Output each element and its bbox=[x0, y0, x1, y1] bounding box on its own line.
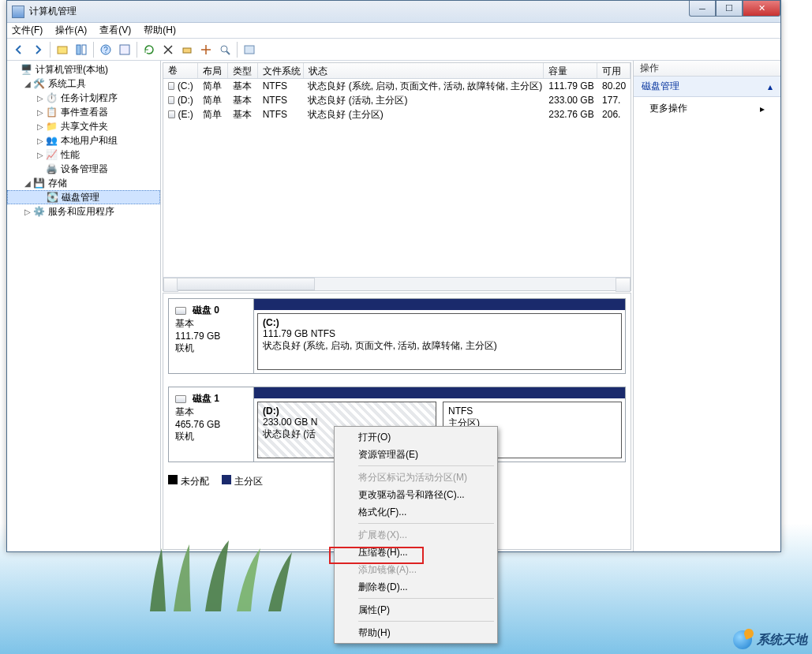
forward-button[interactable] bbox=[29, 41, 47, 58]
menu-view[interactable]: 查看(V) bbox=[99, 24, 131, 37]
svg-rect-5 bbox=[120, 45, 129, 54]
tree-label: 服务和应用程序 bbox=[48, 205, 114, 219]
list-button[interactable] bbox=[241, 41, 258, 58]
tree-disk-management[interactable]: 💽 磁盘管理 bbox=[7, 190, 160, 204]
close-icon: ✕ bbox=[758, 3, 765, 13]
tree-label: 任务计划程序 bbox=[61, 92, 118, 105]
scrollbar-thumb[interactable] bbox=[177, 278, 315, 290]
event-icon: 📋 bbox=[45, 106, 58, 118]
back-button[interactable] bbox=[10, 41, 28, 58]
perf-icon: 📈 bbox=[45, 148, 58, 161]
tree-label: 本地用户和组 bbox=[61, 134, 118, 148]
partition-label: (C:) bbox=[263, 317, 616, 328]
tree-services[interactable]: ▷ ⚙️ 服务和应用程序 bbox=[7, 204, 160, 219]
context-menu-item[interactable]: 资源管理器(E) bbox=[336, 446, 496, 463]
menu-help[interactable]: 帮助(H) bbox=[144, 24, 176, 37]
users-icon: 👥 bbox=[45, 134, 58, 147]
disk-size: 465.76 GB bbox=[175, 419, 247, 430]
computer-icon: 🖥️ bbox=[20, 63, 32, 76]
show-hide-button[interactable] bbox=[73, 41, 90, 58]
volume-name: (E:) bbox=[178, 109, 193, 120]
volume-free: 80.20 bbox=[597, 80, 631, 92]
brand-text: 系统天地 bbox=[757, 632, 807, 648]
svg-rect-6 bbox=[183, 48, 191, 53]
volume-type: 基本 bbox=[228, 94, 258, 107]
menu-file[interactable]: 文件(F) bbox=[12, 24, 43, 37]
volume-layout: 简单 bbox=[198, 108, 228, 121]
col-filesystem[interactable]: 文件系统 bbox=[258, 63, 304, 78]
horizontal-scrollbar[interactable] bbox=[163, 277, 631, 290]
col-layout[interactable]: 布局 bbox=[198, 63, 228, 78]
context-menu-item[interactable]: 压缩卷(H)... bbox=[336, 544, 496, 561]
volume-list-header[interactable]: 卷 布局 类型 文件系统 状态 容量 可用 bbox=[163, 63, 631, 79]
actions-section[interactable]: 磁盘管理 ▴ bbox=[634, 77, 780, 97]
action-button[interactable] bbox=[197, 41, 215, 58]
col-status[interactable]: 状态 bbox=[304, 63, 544, 78]
refresh-button[interactable] bbox=[140, 41, 158, 58]
storage-icon: 💾 bbox=[32, 177, 45, 189]
tree-root[interactable]: 🖥️ 计算机管理(本地) bbox=[7, 62, 160, 77]
properties-button[interactable] bbox=[116, 41, 133, 58]
svg-rect-1 bbox=[77, 45, 80, 54]
device-icon: 🖨️ bbox=[45, 163, 58, 175]
title-bar[interactable]: 计算机管理 ─ ☐ ✕ bbox=[7, 1, 780, 23]
tree-label: 性能 bbox=[61, 148, 80, 162]
volume-row[interactable]: (D:)简单基本NTFS状态良好 (活动, 主分区)233.00 GB177. bbox=[163, 93, 631, 107]
disk-parts: (C:)111.79 GB NTFS状态良好 (系统, 启动, 页面文件, 活动… bbox=[254, 299, 625, 373]
tree-performance[interactable]: ▷ 📈 性能 bbox=[7, 148, 160, 162]
volume-row[interactable]: (E:)简单基本NTFS状态良好 (主分区)232.76 GB206. bbox=[163, 107, 631, 121]
context-menu-item[interactable]: 打开(O) bbox=[336, 428, 496, 446]
tree-system-tools[interactable]: ◢ 🛠️ 系统工具 bbox=[7, 77, 160, 91]
context-menu: 打开(O)资源管理器(E)将分区标记为活动分区(M)更改驱动器号和路径(C)..… bbox=[334, 426, 498, 644]
volume-capacity: 233.00 GB bbox=[544, 95, 597, 106]
context-menu-item[interactable]: 更改驱动器号和路径(C)... bbox=[336, 486, 496, 503]
svg-text:?: ? bbox=[103, 46, 108, 54]
volume-free: 206. bbox=[597, 109, 631, 120]
tree-task-scheduler[interactable]: ▷ ⏱️ 任务计划程序 bbox=[7, 91, 160, 105]
disk-type: 基本 bbox=[175, 317, 247, 331]
legend-swatch-primary bbox=[222, 475, 231, 484]
tree-event-viewer[interactable]: ▷ 📋 事件查看器 bbox=[7, 105, 160, 119]
tree-shared-folders[interactable]: ▷ 📁 共享文件夹 bbox=[7, 119, 160, 133]
toolbar: ? bbox=[7, 39, 780, 61]
svg-line-8 bbox=[226, 51, 230, 54]
volume-fs: NTFS bbox=[258, 95, 304, 106]
partition-size: 111.79 GB NTFS bbox=[263, 328, 616, 339]
find-button[interactable] bbox=[216, 41, 234, 58]
up-button[interactable] bbox=[54, 41, 71, 58]
actions-more[interactable]: 更多操作 ▸ bbox=[634, 97, 780, 120]
volume-name: (C:) bbox=[178, 80, 193, 92]
tree-storage[interactable]: ◢ 💾 存储 bbox=[7, 176, 160, 190]
minimize-button[interactable]: ─ bbox=[689, 1, 716, 17]
delete-button[interactable] bbox=[159, 41, 177, 58]
col-volume[interactable]: 卷 bbox=[163, 63, 198, 78]
tree-label: 系统工具 bbox=[48, 77, 86, 91]
col-type[interactable]: 类型 bbox=[228, 63, 258, 78]
context-menu-item[interactable]: 属性(P) bbox=[336, 601, 496, 618]
tree-label: 设备管理器 bbox=[61, 163, 108, 176]
settings-button[interactable] bbox=[178, 41, 196, 58]
context-menu-item[interactable]: 帮助(H) bbox=[336, 624, 496, 641]
menu-action[interactable]: 操作(A) bbox=[55, 24, 87, 37]
partition[interactable]: (C:)111.79 GB NTFS状态良好 (系统, 启动, 页面文件, 活动… bbox=[257, 313, 622, 370]
volume-capacity: 232.76 GB bbox=[544, 109, 597, 120]
folder-icon: 📁 bbox=[45, 120, 58, 133]
tree-label: 计算机管理(本地) bbox=[36, 63, 108, 77]
tree-device-manager[interactable]: 🖨️ 设备管理器 bbox=[7, 162, 160, 176]
maximize-button[interactable]: ☐ bbox=[716, 1, 743, 17]
disk-name-label: 磁盘 0 bbox=[193, 304, 219, 317]
help-button[interactable]: ? bbox=[97, 41, 114, 58]
close-button[interactable]: ✕ bbox=[743, 1, 780, 17]
app-icon bbox=[12, 6, 24, 18]
context-menu-item[interactable]: 删除卷(D)... bbox=[336, 578, 496, 596]
window-title: 计算机管理 bbox=[29, 5, 77, 18]
disk-info: 磁盘 1基本465.76 GB联机 bbox=[169, 387, 254, 462]
volume-type: 基本 bbox=[228, 108, 258, 121]
col-free[interactable]: 可用 bbox=[597, 63, 631, 78]
col-capacity[interactable]: 容量 bbox=[544, 63, 597, 78]
brand-watermark: 系统天地 bbox=[733, 630, 807, 649]
context-menu-item[interactable]: 格式化(F)... bbox=[336, 503, 496, 521]
drive-icon bbox=[168, 96, 174, 104]
tree-local-users[interactable]: ▷ 👥 本地用户和组 bbox=[7, 133, 160, 148]
volume-row[interactable]: (C:)简单基本NTFS状态良好 (系统, 启动, 页面文件, 活动, 故障转储… bbox=[163, 79, 631, 93]
